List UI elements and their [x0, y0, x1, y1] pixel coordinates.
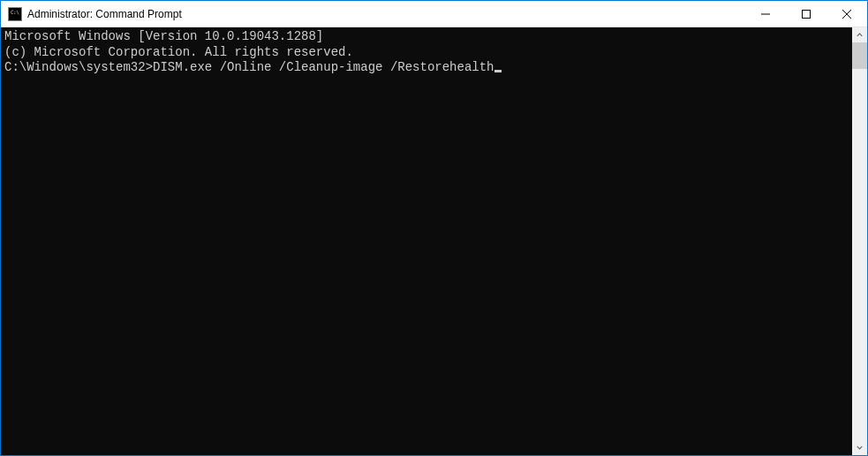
copyright-line: (c) Microsoft Corporation. All rights re…	[4, 45, 849, 61]
prompt-line: C:\Windows\system32>DISM.exe /Online /Cl…	[4, 60, 849, 76]
window-controls	[745, 1, 867, 27]
version-line: Microsoft Windows [Version 10.0.19043.12…	[4, 29, 849, 45]
scroll-track[interactable]	[852, 42, 867, 440]
command-text: DISM.exe /Online /Cleanup-image /Restore…	[153, 60, 494, 76]
cmd-icon: C:\	[8, 7, 22, 21]
prompt-text: C:\Windows\system32>	[4, 60, 153, 76]
titlebar[interactable]: C:\ Administrator: Command Prompt	[1, 1, 867, 27]
terminal-output[interactable]: Microsoft Windows [Version 10.0.19043.12…	[1, 27, 852, 455]
client-area: Microsoft Windows [Version 10.0.19043.12…	[1, 27, 867, 455]
window-title: Administrator: Command Prompt	[27, 8, 745, 20]
minimize-button[interactable]	[745, 1, 786, 27]
scroll-down-button[interactable]	[852, 440, 867, 455]
svg-rect-1	[803, 10, 811, 18]
text-cursor	[494, 70, 502, 72]
scroll-up-button[interactable]	[852, 27, 867, 42]
vertical-scrollbar[interactable]	[852, 27, 867, 455]
command-prompt-window: C:\ Administrator: Command Prompt Micros…	[0, 0, 868, 456]
maximize-button[interactable]	[786, 1, 826, 27]
scroll-thumb[interactable]	[852, 42, 867, 69]
close-button[interactable]	[826, 1, 867, 27]
